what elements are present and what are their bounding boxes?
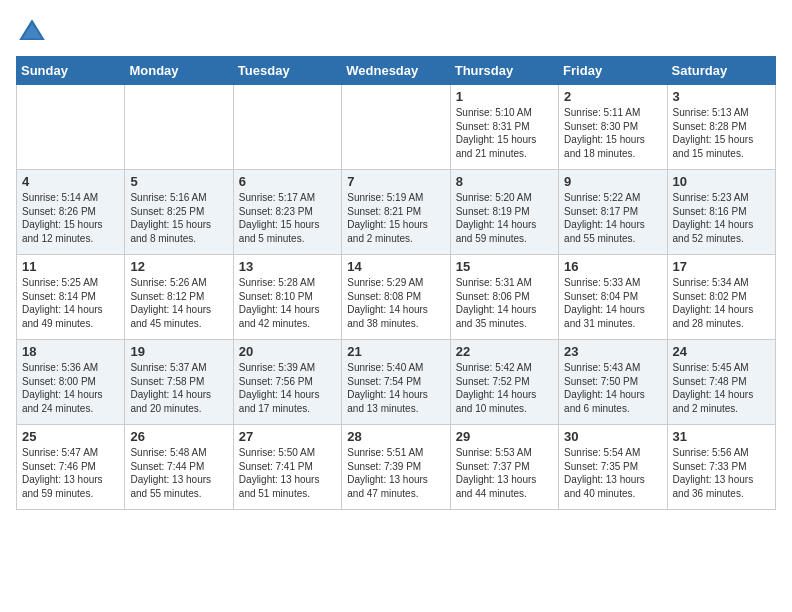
- calendar-cell: 26Sunrise: 5:48 AMSunset: 7:44 PMDayligh…: [125, 425, 233, 510]
- day-number: 24: [673, 344, 770, 359]
- day-number: 11: [22, 259, 119, 274]
- day-number: 12: [130, 259, 227, 274]
- calendar-cell: 3Sunrise: 5:13 AMSunset: 8:28 PMDaylight…: [667, 85, 775, 170]
- day-info: Sunrise: 5:50 AMSunset: 7:41 PMDaylight:…: [239, 446, 336, 500]
- calendar-day-header: Monday: [125, 57, 233, 85]
- calendar-cell: 14Sunrise: 5:29 AMSunset: 8:08 PMDayligh…: [342, 255, 450, 340]
- day-info: Sunrise: 5:47 AMSunset: 7:46 PMDaylight:…: [22, 446, 119, 500]
- day-number: 7: [347, 174, 444, 189]
- calendar-cell: [233, 85, 341, 170]
- calendar-cell: 18Sunrise: 5:36 AMSunset: 8:00 PMDayligh…: [17, 340, 125, 425]
- calendar-cell: [342, 85, 450, 170]
- calendar-cell: 30Sunrise: 5:54 AMSunset: 7:35 PMDayligh…: [559, 425, 667, 510]
- calendar-cell: 2Sunrise: 5:11 AMSunset: 8:30 PMDaylight…: [559, 85, 667, 170]
- calendar-cell: 19Sunrise: 5:37 AMSunset: 7:58 PMDayligh…: [125, 340, 233, 425]
- calendar-week-row: 4Sunrise: 5:14 AMSunset: 8:26 PMDaylight…: [17, 170, 776, 255]
- day-number: 26: [130, 429, 227, 444]
- calendar-header-row: SundayMondayTuesdayWednesdayThursdayFrid…: [17, 57, 776, 85]
- calendar-cell: 13Sunrise: 5:28 AMSunset: 8:10 PMDayligh…: [233, 255, 341, 340]
- calendar-cell: 6Sunrise: 5:17 AMSunset: 8:23 PMDaylight…: [233, 170, 341, 255]
- calendar-cell: [125, 85, 233, 170]
- day-number: 16: [564, 259, 661, 274]
- day-number: 23: [564, 344, 661, 359]
- day-info: Sunrise: 5:54 AMSunset: 7:35 PMDaylight:…: [564, 446, 661, 500]
- calendar-table: SundayMondayTuesdayWednesdayThursdayFrid…: [16, 56, 776, 510]
- day-number: 3: [673, 89, 770, 104]
- day-info: Sunrise: 5:11 AMSunset: 8:30 PMDaylight:…: [564, 106, 661, 160]
- calendar-day-header: Friday: [559, 57, 667, 85]
- day-number: 19: [130, 344, 227, 359]
- day-info: Sunrise: 5:37 AMSunset: 7:58 PMDaylight:…: [130, 361, 227, 415]
- calendar-cell: 28Sunrise: 5:51 AMSunset: 7:39 PMDayligh…: [342, 425, 450, 510]
- day-info: Sunrise: 5:16 AMSunset: 8:25 PMDaylight:…: [130, 191, 227, 245]
- day-info: Sunrise: 5:43 AMSunset: 7:50 PMDaylight:…: [564, 361, 661, 415]
- day-info: Sunrise: 5:33 AMSunset: 8:04 PMDaylight:…: [564, 276, 661, 330]
- day-info: Sunrise: 5:53 AMSunset: 7:37 PMDaylight:…: [456, 446, 553, 500]
- day-number: 27: [239, 429, 336, 444]
- day-number: 9: [564, 174, 661, 189]
- day-number: 10: [673, 174, 770, 189]
- day-info: Sunrise: 5:45 AMSunset: 7:48 PMDaylight:…: [673, 361, 770, 415]
- calendar-cell: 10Sunrise: 5:23 AMSunset: 8:16 PMDayligh…: [667, 170, 775, 255]
- calendar-cell: 29Sunrise: 5:53 AMSunset: 7:37 PMDayligh…: [450, 425, 558, 510]
- day-number: 15: [456, 259, 553, 274]
- calendar-cell: 17Sunrise: 5:34 AMSunset: 8:02 PMDayligh…: [667, 255, 775, 340]
- calendar-cell: 11Sunrise: 5:25 AMSunset: 8:14 PMDayligh…: [17, 255, 125, 340]
- calendar-day-header: Thursday: [450, 57, 558, 85]
- day-number: 30: [564, 429, 661, 444]
- day-info: Sunrise: 5:29 AMSunset: 8:08 PMDaylight:…: [347, 276, 444, 330]
- day-info: Sunrise: 5:13 AMSunset: 8:28 PMDaylight:…: [673, 106, 770, 160]
- logo-icon: [16, 16, 48, 48]
- day-info: Sunrise: 5:42 AMSunset: 7:52 PMDaylight:…: [456, 361, 553, 415]
- page-header: [16, 16, 776, 48]
- calendar-cell: 23Sunrise: 5:43 AMSunset: 7:50 PMDayligh…: [559, 340, 667, 425]
- calendar-cell: 12Sunrise: 5:26 AMSunset: 8:12 PMDayligh…: [125, 255, 233, 340]
- calendar-cell: 1Sunrise: 5:10 AMSunset: 8:31 PMDaylight…: [450, 85, 558, 170]
- day-info: Sunrise: 5:25 AMSunset: 8:14 PMDaylight:…: [22, 276, 119, 330]
- day-number: 21: [347, 344, 444, 359]
- day-number: 6: [239, 174, 336, 189]
- calendar-cell: 9Sunrise: 5:22 AMSunset: 8:17 PMDaylight…: [559, 170, 667, 255]
- calendar-cell: 4Sunrise: 5:14 AMSunset: 8:26 PMDaylight…: [17, 170, 125, 255]
- calendar-day-header: Saturday: [667, 57, 775, 85]
- day-info: Sunrise: 5:36 AMSunset: 8:00 PMDaylight:…: [22, 361, 119, 415]
- day-number: 13: [239, 259, 336, 274]
- day-number: 20: [239, 344, 336, 359]
- day-number: 28: [347, 429, 444, 444]
- day-info: Sunrise: 5:23 AMSunset: 8:16 PMDaylight:…: [673, 191, 770, 245]
- calendar-cell: 20Sunrise: 5:39 AMSunset: 7:56 PMDayligh…: [233, 340, 341, 425]
- day-info: Sunrise: 5:39 AMSunset: 7:56 PMDaylight:…: [239, 361, 336, 415]
- calendar-day-header: Wednesday: [342, 57, 450, 85]
- day-number: 14: [347, 259, 444, 274]
- day-info: Sunrise: 5:31 AMSunset: 8:06 PMDaylight:…: [456, 276, 553, 330]
- day-info: Sunrise: 5:20 AMSunset: 8:19 PMDaylight:…: [456, 191, 553, 245]
- day-info: Sunrise: 5:22 AMSunset: 8:17 PMDaylight:…: [564, 191, 661, 245]
- day-info: Sunrise: 5:56 AMSunset: 7:33 PMDaylight:…: [673, 446, 770, 500]
- calendar-cell: 8Sunrise: 5:20 AMSunset: 8:19 PMDaylight…: [450, 170, 558, 255]
- day-info: Sunrise: 5:17 AMSunset: 8:23 PMDaylight:…: [239, 191, 336, 245]
- day-number: 31: [673, 429, 770, 444]
- calendar-cell: 16Sunrise: 5:33 AMSunset: 8:04 PMDayligh…: [559, 255, 667, 340]
- day-number: 5: [130, 174, 227, 189]
- calendar-cell: 15Sunrise: 5:31 AMSunset: 8:06 PMDayligh…: [450, 255, 558, 340]
- day-number: 2: [564, 89, 661, 104]
- day-number: 17: [673, 259, 770, 274]
- day-info: Sunrise: 5:10 AMSunset: 8:31 PMDaylight:…: [456, 106, 553, 160]
- calendar-cell: 24Sunrise: 5:45 AMSunset: 7:48 PMDayligh…: [667, 340, 775, 425]
- logo: [16, 16, 52, 48]
- day-number: 25: [22, 429, 119, 444]
- day-info: Sunrise: 5:40 AMSunset: 7:54 PMDaylight:…: [347, 361, 444, 415]
- day-info: Sunrise: 5:48 AMSunset: 7:44 PMDaylight:…: [130, 446, 227, 500]
- calendar-week-row: 11Sunrise: 5:25 AMSunset: 8:14 PMDayligh…: [17, 255, 776, 340]
- calendar-cell: 7Sunrise: 5:19 AMSunset: 8:21 PMDaylight…: [342, 170, 450, 255]
- day-number: 1: [456, 89, 553, 104]
- calendar-cell: 25Sunrise: 5:47 AMSunset: 7:46 PMDayligh…: [17, 425, 125, 510]
- day-info: Sunrise: 5:34 AMSunset: 8:02 PMDaylight:…: [673, 276, 770, 330]
- day-number: 8: [456, 174, 553, 189]
- day-number: 18: [22, 344, 119, 359]
- calendar-cell: 21Sunrise: 5:40 AMSunset: 7:54 PMDayligh…: [342, 340, 450, 425]
- day-number: 22: [456, 344, 553, 359]
- day-info: Sunrise: 5:26 AMSunset: 8:12 PMDaylight:…: [130, 276, 227, 330]
- calendar-week-row: 1Sunrise: 5:10 AMSunset: 8:31 PMDaylight…: [17, 85, 776, 170]
- day-info: Sunrise: 5:14 AMSunset: 8:26 PMDaylight:…: [22, 191, 119, 245]
